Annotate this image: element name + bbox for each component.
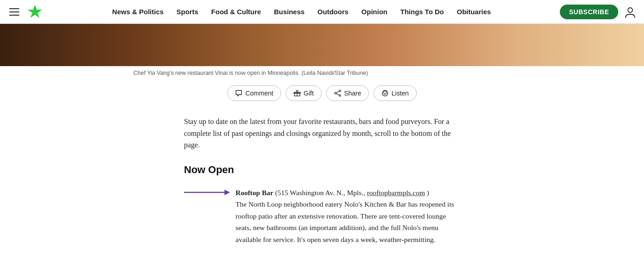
comment-button[interactable]: Comment xyxy=(227,85,281,101)
arrow-container xyxy=(184,187,230,197)
nav-link-food-culture[interactable]: Food & Culture xyxy=(211,8,261,16)
svg-point-5 xyxy=(339,90,341,92)
gift-icon xyxy=(293,90,301,97)
listen-button[interactable]: Listen xyxy=(374,85,416,101)
svg-marker-0 xyxy=(28,5,42,18)
listen-icon xyxy=(381,90,389,97)
nav-left xyxy=(7,4,43,20)
nav-right: SUBSCRIBE xyxy=(560,5,637,19)
nav-links: News & Politics Sports Food & Culture Bu… xyxy=(43,8,560,16)
listen-label: Listen xyxy=(391,90,408,97)
article-intro: Stay up to date on the latest from your … xyxy=(184,116,460,151)
listing-address: (515 Washington Av. N., Mpls., xyxy=(275,189,367,197)
content-wrapper: Chef Yia Vang's new restaurant Vinai is … xyxy=(115,70,529,246)
listing-item: Rooftop Bar (515 Washington Av. N., Mpls… xyxy=(184,187,460,246)
image-caption: Chef Yia Vang's new restaurant Vinai is … xyxy=(133,70,511,76)
listing-text: Rooftop Bar (515 Washington Av. N., Mpls… xyxy=(236,187,460,246)
svg-point-7 xyxy=(334,92,336,94)
nav-link-outdoors[interactable]: Outdoors xyxy=(317,8,349,16)
site-logo[interactable] xyxy=(27,4,43,20)
user-account-icon[interactable] xyxy=(624,6,637,18)
now-open-heading: Now Open xyxy=(184,164,460,176)
share-label: Share xyxy=(344,90,361,97)
share-icon xyxy=(334,90,341,97)
nav-link-things-to-do[interactable]: Things To Do xyxy=(400,8,444,16)
svg-point-10 xyxy=(382,90,388,96)
subscribe-button[interactable]: SUBSCRIBE xyxy=(560,5,618,19)
svg-marker-12 xyxy=(224,190,230,195)
listing-url[interactable]: rooftopbarmpls.com xyxy=(367,189,425,197)
article-image xyxy=(0,24,644,66)
main-nav: News & Politics Sports Food & Culture Bu… xyxy=(0,0,644,24)
svg-point-1 xyxy=(628,8,632,12)
comment-icon xyxy=(235,90,242,97)
comment-label: Comment xyxy=(245,90,273,97)
nav-link-business[interactable]: Business xyxy=(274,8,305,16)
listing-paren-close: ) xyxy=(427,189,429,197)
gift-label: Gift xyxy=(304,90,314,97)
svg-point-6 xyxy=(339,95,341,96)
gift-button[interactable]: Gift xyxy=(286,85,322,101)
hamburger-menu[interactable] xyxy=(7,6,21,17)
nav-link-opinion[interactable]: Opinion xyxy=(362,8,388,16)
article-body: Stay up to date on the latest from your … xyxy=(184,116,460,246)
nav-link-sports[interactable]: Sports xyxy=(177,8,199,16)
action-buttons-row: Comment Gift Share xyxy=(133,85,511,101)
listing-name: Rooftop Bar xyxy=(236,189,273,197)
purple-arrow-icon xyxy=(184,188,230,197)
listing-description: The North Loop neighborhood eatery Nolo'… xyxy=(236,200,454,243)
svg-line-8 xyxy=(336,91,339,93)
share-button[interactable]: Share xyxy=(326,85,369,101)
nav-link-obituaries[interactable]: Obituaries xyxy=(457,8,491,16)
nav-link-news-politics[interactable]: News & Politics xyxy=(112,8,164,16)
svg-line-9 xyxy=(336,94,339,95)
